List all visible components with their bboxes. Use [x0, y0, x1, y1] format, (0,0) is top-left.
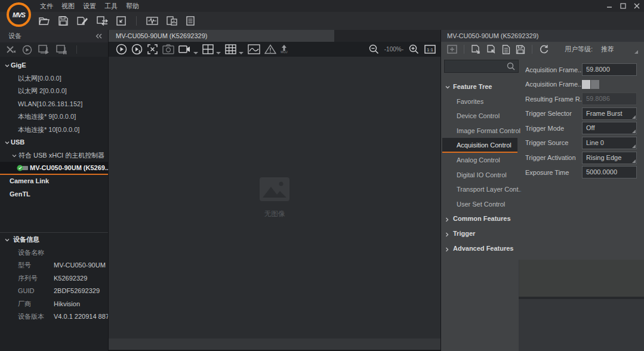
- one-to-one-icon[interactable]: 1:1: [424, 45, 436, 54]
- feature-item-device-control[interactable]: Device Control: [441, 109, 521, 124]
- grab-once-icon[interactable]: [131, 44, 143, 55]
- feature-item-digital-io[interactable]: Digital IO Control: [441, 168, 521, 183]
- dropdown-caret: [632, 144, 636, 148]
- dropdown-caret[interactable]: [216, 52, 221, 54]
- start-acquisition-icon[interactable]: [22, 45, 32, 55]
- tree-item-local10[interactable]: 本地连接* 10[0.0.0.0]: [0, 124, 108, 137]
- refresh-icon[interactable]: [539, 44, 549, 54]
- trigger-selector-select[interactable]: Frame Burst Star: [582, 107, 637, 120]
- feature-group-common[interactable]: Common Features: [441, 211, 521, 226]
- start-all-icon[interactable]: [38, 45, 50, 54]
- histogram-icon[interactable]: [248, 44, 260, 54]
- feature-item-analog[interactable]: Analog Control: [441, 153, 521, 168]
- locate-icon[interactable]: [147, 44, 158, 55]
- export-config-icon[interactable]: [486, 45, 497, 54]
- feature-item-acquisition[interactable]: Acquisition Control: [442, 138, 517, 153]
- property-row: Exposure Time 5000.0000: [525, 166, 637, 178]
- zoom-out-icon[interactable]: [369, 44, 379, 54]
- zoom-controls: -100%- 1:1: [369, 44, 436, 54]
- zoom-in-icon[interactable]: [409, 44, 419, 54]
- feature-panel-title: MV-CU050-90UM (K52692329): [441, 30, 644, 42]
- device-panel-title: 设备: [8, 32, 21, 41]
- tree-item-wlan[interactable]: WLAN[10.26.181.152]: [0, 98, 108, 111]
- main-toolbar: [0, 12, 644, 30]
- attribute-tree-icon[interactable]: [447, 45, 457, 54]
- document-icon[interactable]: [502, 45, 510, 54]
- tree-item-ethernet[interactable]: 以太网[0.0.0.0]: [0, 72, 108, 85]
- tree-group-gentl[interactable]: GenTL: [0, 188, 108, 201]
- image-viewport: 无图像: [109, 57, 440, 338]
- split-view-icon[interactable]: [202, 44, 214, 54]
- start-grab-icon[interactable]: [116, 44, 127, 55]
- chevron-down-icon: [445, 85, 450, 89]
- window-restore-icon[interactable]: [116, 16, 127, 26]
- feature-item-favorites[interactable]: Favorites: [441, 94, 521, 109]
- acquisition-frame-rate-enable-toggle[interactable]: [582, 80, 637, 89]
- save-icon[interactable]: [58, 16, 69, 26]
- chevron-down-icon: [12, 154, 17, 158]
- trigger-source-select[interactable]: Line 0: [582, 137, 637, 149]
- import-config-icon[interactable]: [471, 45, 481, 54]
- log-icon[interactable]: [186, 16, 195, 26]
- toolbar-separator: [76, 45, 77, 54]
- dropdown-caret[interactable]: [193, 52, 198, 54]
- open-folder-icon[interactable]: [38, 16, 50, 26]
- trigger-mode-select[interactable]: Off: [582, 122, 637, 134]
- feature-tree-root[interactable]: Feature Tree: [441, 79, 521, 94]
- dropdown-caret[interactable]: [239, 52, 244, 54]
- window-controls: [604, 1, 644, 11]
- tree-item-camera-selected[interactable]: MV-CU050-90UM (K5269...: [0, 162, 108, 175]
- feature-item-image-format[interactable]: Image Format Control: [441, 124, 521, 138]
- collapse-panel-icon[interactable]: [95, 33, 102, 39]
- tree-group-cameralink[interactable]: Camera Link: [0, 175, 108, 188]
- svg-text:1:1: 1:1: [427, 47, 434, 53]
- dropdown-caret: [634, 50, 638, 54]
- trigger-activation-select[interactable]: Rising Edge: [582, 152, 637, 164]
- disconnect-device-icon[interactable]: [6, 45, 16, 54]
- tree-item-ethernet2[interactable]: 以太网 2[0.0.0.0]: [0, 85, 108, 98]
- view-tab[interactable]: MV-CU050-90UM (K52692329): [109, 30, 334, 42]
- menu-bar: 文件 视图 设置 工具 帮助: [0, 0, 644, 12]
- save-config-icon[interactable]: [516, 45, 525, 54]
- minimize-button[interactable]: [604, 1, 615, 11]
- import-export-icon[interactable]: [96, 16, 108, 26]
- view-toolbar: MCU -100%- 1:1: [109, 42, 440, 57]
- save-as-icon[interactable]: [76, 16, 88, 26]
- menu-help[interactable]: 帮助: [122, 0, 143, 12]
- tree-group-usb[interactable]: USB: [0, 136, 108, 149]
- mcu-upgrade-icon[interactable]: MCU: [281, 45, 288, 54]
- search-icon[interactable]: [504, 60, 518, 72]
- acquisition-frame-rate-input[interactable]: 59.8000: [582, 63, 637, 76]
- tree-item-local9[interactable]: 本地连接* 9[0.0.0.0]: [0, 110, 108, 124]
- menu-tools[interactable]: 工具: [100, 0, 122, 12]
- waveform-icon[interactable]: [146, 16, 158, 26]
- feature-group-advanced[interactable]: Advanced Features: [441, 241, 521, 256]
- layout-icon[interactable]: [166, 16, 178, 26]
- feature-item-transport[interactable]: Transport Layer Cont...: [441, 182, 521, 197]
- device-tree: GigE 以太网[0.0.0.0] 以太网 2[0.0.0.0] WLAN[10…: [0, 57, 108, 201]
- maximize-button[interactable]: [618, 1, 628, 11]
- close-button[interactable]: [631, 1, 642, 11]
- chevron-right-icon: [445, 247, 449, 252]
- exposure-time-input[interactable]: 5000.0000: [582, 166, 637, 178]
- feature-item-user-set[interactable]: User Set Control: [441, 197, 521, 212]
- device-info-header[interactable]: 设备信息: [0, 233, 108, 247]
- stop-all-icon[interactable]: [56, 45, 68, 54]
- warning-icon[interactable]: [264, 44, 276, 54]
- property-row: Acquisition Frame...: [525, 78, 637, 91]
- feature-group-trigger[interactable]: Trigger: [441, 226, 521, 241]
- dropdown-caret: [632, 159, 636, 163]
- snapshot-icon[interactable]: [162, 44, 174, 54]
- tree-item-usb-host[interactable]: 符合 USB xHCI 的主机控制器: [0, 149, 108, 162]
- search-input[interactable]: [445, 60, 504, 72]
- menu-file[interactable]: 文件: [36, 0, 57, 12]
- menu-view[interactable]: 视图: [57, 0, 79, 12]
- tree-group-gige[interactable]: GigE: [0, 59, 108, 72]
- menu-settings[interactable]: 设置: [79, 0, 100, 12]
- feature-search[interactable]: [444, 60, 519, 73]
- record-icon[interactable]: [178, 45, 191, 54]
- mvs-logo: MVS: [7, 2, 31, 27]
- user-level-select[interactable]: 推荐: [597, 44, 639, 55]
- property-list: Acquisition Frame... 59.8000 Acquisition…: [525, 63, 637, 181]
- grid-view-icon[interactable]: [225, 44, 236, 54]
